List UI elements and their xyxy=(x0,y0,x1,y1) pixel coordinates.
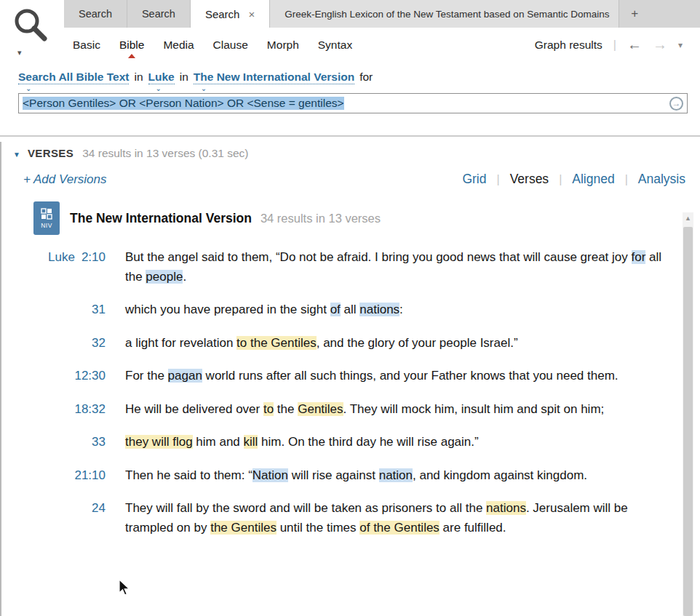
results-panel: ▼ VERSES 34 results in 13 verses (0.31 s… xyxy=(0,138,700,616)
verse-text-segment: all xyxy=(341,303,359,316)
verse-reference[interactable]: 32 xyxy=(0,334,106,353)
vertical-scrollbar[interactable]: ▲ xyxy=(683,212,693,616)
graph-results-button[interactable]: Graph results xyxy=(535,39,602,52)
verse-text-segment: For the xyxy=(125,369,168,383)
tab-2-search[interactable]: Search xyxy=(127,0,191,28)
verse-number: 32 xyxy=(92,336,106,350)
verse-text-segment: are fulfilled. xyxy=(440,521,506,535)
search-scope-line: Search All Bible Text⌄inLuke⌄inThe New I… xyxy=(18,71,700,84)
verse-list: Luke2:10But the angel said to them, “Do … xyxy=(0,248,700,537)
verse-reference[interactable]: 31 xyxy=(0,300,106,320)
add-versions-link[interactable]: + Add Versions xyxy=(23,172,107,187)
menu-item-label: Clause xyxy=(213,39,248,51)
scope-link-search-all-bible-text[interactable]: Search All Bible Text⌄ xyxy=(18,71,129,84)
scope-link-text: The New International Version xyxy=(194,71,354,83)
submit-search-button[interactable]: → xyxy=(669,97,683,111)
verse-reference[interactable]: 21:10 xyxy=(0,466,106,486)
search-hit-yellow: of the Gentiles xyxy=(359,521,440,535)
menubar-divider: | xyxy=(613,39,616,52)
verse-number: 21:10 xyxy=(74,468,106,482)
search-hit-yellow: to the Gentiles xyxy=(236,336,317,350)
scope-link-text: Luke xyxy=(148,71,175,83)
verse-text-segment: . xyxy=(183,270,186,284)
verses-section-header: ▼ VERSES 34 results in 13 verses (0.31 s… xyxy=(13,147,700,160)
verses-section-label[interactable]: VERSES xyxy=(28,147,73,159)
history-dropdown-caret-icon[interactable]: ▾ xyxy=(678,40,683,50)
verse-text-segment: him. On the third day he will rise again… xyxy=(258,435,478,449)
verse-reference[interactable]: 18:32 xyxy=(0,400,106,420)
verse-text-segment: , and the glory of your people Israel.” xyxy=(317,336,518,350)
panel-left-border xyxy=(0,142,1,616)
menu-item-clause[interactable]: Clause xyxy=(213,39,248,52)
verse-text: They will fall by the sword and will be … xyxy=(125,499,675,537)
tab-1-search[interactable]: Search xyxy=(64,0,127,28)
search-query-input[interactable]: <Person Gentiles> OR <Person Nation> OR … xyxy=(18,93,688,113)
verse-reference[interactable]: 33 xyxy=(0,433,106,452)
verse-row: 31which you have prepared in the sight o… xyxy=(0,300,700,320)
verse-row: 21:10Then he said to them: “Nation will … xyxy=(0,466,700,486)
version-header: NIV The New International Version 34 res… xyxy=(33,201,700,235)
niv-resource-icon[interactable]: NIV xyxy=(33,201,60,235)
search-scope-area: Search All Bible Text⌄inLuke⌄inThe New I… xyxy=(0,62,700,137)
tab-close-icon[interactable]: × xyxy=(248,8,255,20)
scrollbar-thumb[interactable] xyxy=(683,227,693,616)
menu-item-bible[interactable]: Bible xyxy=(119,39,144,52)
search-hit-blue: for xyxy=(632,250,646,264)
collapse-triangle-icon[interactable]: ▼ xyxy=(13,151,20,159)
scope-connector: in xyxy=(180,71,188,83)
search-hit-yellow: to xyxy=(263,402,274,416)
view-verses[interactable]: Verses xyxy=(510,172,549,187)
verse-text-segment: him and xyxy=(193,435,244,449)
menu-item-label: Morph xyxy=(267,39,299,51)
view-aligned[interactable]: Aligned xyxy=(572,172,614,187)
tab-label: + xyxy=(631,7,638,21)
panel-icon-zone: ▾ xyxy=(0,0,64,62)
panel-menu-caret-icon[interactable]: ▾ xyxy=(17,48,22,57)
menu-item-syntax[interactable]: Syntax xyxy=(318,39,352,52)
verse-row: Luke2:10But the angel said to them, “Do … xyxy=(0,248,700,287)
scroll-up-arrow-icon[interactable]: ▲ xyxy=(683,212,693,224)
verse-text-segment: until the times xyxy=(277,521,359,535)
scope-link-luke[interactable]: Luke⌄ xyxy=(148,71,175,84)
view-grid[interactable]: Grid xyxy=(462,172,486,187)
search-hit-blue: of xyxy=(330,303,341,316)
version-abbreviation: NIV xyxy=(41,222,52,229)
dropdown-caret-icon: ⌄ xyxy=(201,84,207,92)
verse-reference[interactable]: 12:30 xyxy=(0,367,106,386)
tab-4-greek-english[interactable]: Greek-English Lexicon of the New Testame… xyxy=(270,0,619,28)
menu-item-morph[interactable]: Morph xyxy=(267,39,299,52)
scope-link-the-new-international-version[interactable]: The New International Version⌄ xyxy=(194,71,354,84)
verse-reference[interactable]: Luke2:10 xyxy=(0,248,106,287)
verse-number: 31 xyxy=(92,303,106,316)
view-separator: | xyxy=(559,173,562,186)
verse-text: But the angel said to them, “Do not be a… xyxy=(125,248,675,287)
verse-text: For the pagan world runs after all such … xyxy=(125,367,675,386)
results-controls-row: + Add Versions Grid|Verses|Aligned|Analy… xyxy=(23,172,685,187)
tab-label: Search xyxy=(205,8,240,20)
menu-item-media[interactable]: Media xyxy=(163,39,194,52)
search-hit-blue: nation xyxy=(379,468,413,482)
verse-row: 24They will fall by the sword and will b… xyxy=(0,499,700,537)
verse-number: 18:32 xyxy=(74,402,106,416)
new-tab-button[interactable]: + xyxy=(619,0,650,28)
forward-arrow-icon[interactable]: → xyxy=(653,36,667,53)
search-hit-blue: Nation xyxy=(252,468,288,482)
menu-item-basic[interactable]: Basic xyxy=(73,39,100,52)
tab-bar: SearchSearchSearch×Greek-English Lexicon… xyxy=(0,0,700,28)
tab-3-search[interactable]: Search× xyxy=(191,0,270,28)
search-hit-yellow: they will flog xyxy=(125,435,193,449)
dropdown-caret-icon: ⌄ xyxy=(156,84,162,92)
verse-number: 12:30 xyxy=(74,369,106,383)
search-icon[interactable] xyxy=(12,6,49,47)
verse-reference[interactable]: 24 xyxy=(0,499,106,537)
menu-item-label: Basic xyxy=(73,39,100,51)
verse-row: 12:30For the pagan world runs after all … xyxy=(0,367,700,386)
verse-text-segment: He will be delivered over xyxy=(125,402,263,416)
verse-text-segment: the xyxy=(274,402,298,416)
verse-number: 33 xyxy=(92,435,106,449)
verse-text: a light for revelation to the Gentiles, … xyxy=(125,334,675,353)
back-arrow-icon[interactable]: ← xyxy=(627,36,642,53)
version-name[interactable]: The New International Version xyxy=(70,211,252,226)
view-analysis[interactable]: Analysis xyxy=(638,172,685,187)
search-query-text[interactable]: <Person Gentiles> OR <Person Nation> OR … xyxy=(23,97,344,110)
